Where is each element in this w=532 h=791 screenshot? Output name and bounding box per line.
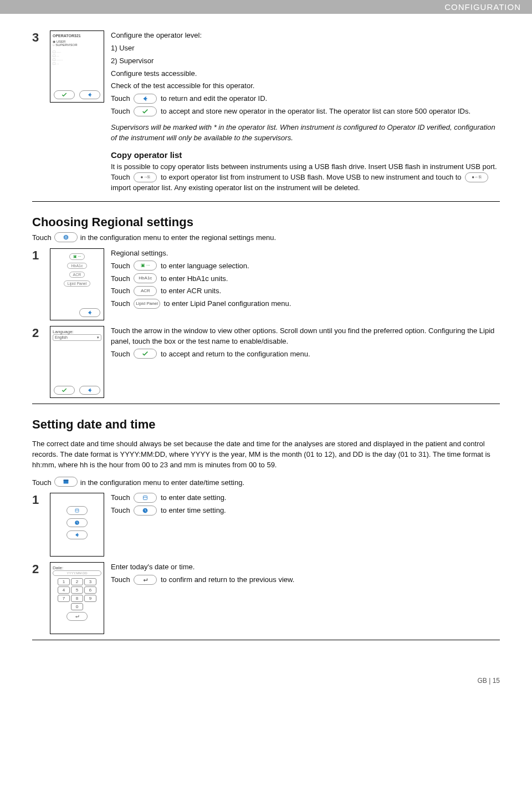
hba1c-btn: HbA1c <box>67 263 86 269</box>
page-header: CONFIGURATION <box>0 0 532 14</box>
acr-icon: ACR <box>134 286 157 296</box>
acr-btn: ACR <box>69 272 85 278</box>
back-arrow-icon <box>79 386 100 395</box>
dropdown-arrow-icon: ▾ <box>97 335 99 340</box>
check-icon <box>54 386 75 395</box>
step-number: 1 <box>32 493 43 557</box>
divider <box>32 640 500 640</box>
keypad: 123 456 789 0 <box>53 578 101 610</box>
regional-s2-screenshot: Language: English ▾ <box>50 326 104 398</box>
date-icon <box>134 493 157 503</box>
clock-icon <box>134 506 157 516</box>
svg-rect-0 <box>90 94 91 95</box>
back-arrow-icon <box>79 308 100 317</box>
svg-rect-10 <box>78 535 79 536</box>
regional-intro: Touch in the configuration menu to enter… <box>32 233 500 243</box>
back-arrow-icon <box>134 94 157 104</box>
lang-btn: ▣ ··· <box>69 253 85 260</box>
page-footer: GB | 15 <box>0 655 532 696</box>
svg-rect-1 <box>146 98 147 99</box>
back-arrow-icon <box>79 90 100 99</box>
datetime-step-2: 2 Date: YYYY.MM.DD 123 456 789 0 Enter t… <box>32 562 500 634</box>
lipid-icon: Lipid Panel <box>134 299 160 309</box>
datetime-touchline: Touch in the configuration menu to enter… <box>32 477 500 487</box>
regional-heading: Choosing Regional settings <box>32 215 500 229</box>
svg-rect-4 <box>90 390 91 391</box>
hba1c-icon: HbA1c <box>134 273 157 283</box>
datetime-heading: Setting date and time <box>32 417 500 432</box>
regional-step-1: 1 ▣ ··· HbA1c ACR Lipid Panel Regional s… <box>32 248 500 320</box>
step3-description: Configure the operator level: 1) User 2)… <box>111 30 500 196</box>
lipid-btn: Lipid Panel <box>64 280 91 287</box>
clock-icon <box>66 518 88 527</box>
svg-rect-3 <box>90 312 91 313</box>
back-arrow-icon <box>66 530 88 539</box>
globe-icon <box>54 232 78 242</box>
copy-heading: Copy operator list <box>111 149 500 161</box>
usb-import-icon: ●←⎘ <box>465 172 488 182</box>
regional-s2-desc: Touch the arrow in the window to view ot… <box>111 326 500 398</box>
datetime-step-1: 1 Touch to enter date setting. Touch to … <box>32 493 500 557</box>
lang-icon: ▣ ··· <box>134 261 157 271</box>
datetime-intro: The correct date and time should always … <box>32 439 500 471</box>
datetime-s2-desc: Enter today's date or time. Touch to con… <box>111 562 500 634</box>
check-icon <box>134 106 157 116</box>
step-number: 2 <box>32 562 43 634</box>
divider <box>32 201 500 202</box>
svg-rect-11 <box>144 496 147 499</box>
supervisor-note: Supervisors will be marked with * in the… <box>111 123 500 144</box>
step-number: 2 <box>32 326 43 398</box>
regional-s1-screenshot: ▣ ··· HbA1c ACR Lipid Panel <box>50 248 104 320</box>
header-title: CONFIGURATION <box>444 2 521 12</box>
copy-body: It is possible to copy operator lists be… <box>111 162 500 193</box>
datetime-s2-screenshot: Date: YYYY.MM.DD 123 456 789 0 <box>50 562 104 634</box>
svg-rect-6 <box>63 480 68 481</box>
step3-screenshot: OPERATOR321 ◉ USER ○ SUPERVISOR ☐ ····· … <box>50 30 104 103</box>
regional-s1-desc: Regional settings. Touch ▣ ··· to enter … <box>111 248 500 320</box>
svg-rect-7 <box>75 509 79 512</box>
screen-title: OPERATOR321 <box>53 34 101 38</box>
step-number: 3 <box>32 30 43 196</box>
datetime-s1-screenshot <box>50 493 104 557</box>
check-icon <box>134 349 157 359</box>
check-icon <box>54 90 75 99</box>
step-3: 3 OPERATOR321 ◉ USER ○ SUPERVISOR ☐ ····… <box>32 30 500 196</box>
date-icon <box>66 506 88 515</box>
page-number: GB | 15 <box>478 677 500 685</box>
calendar-icon <box>54 477 78 487</box>
enter-icon <box>134 575 157 585</box>
usb-export-icon: ●→⎘ <box>134 172 157 182</box>
datetime-s1-desc: Touch to enter date setting. Touch to en… <box>111 493 500 557</box>
step-number: 1 <box>32 248 43 320</box>
enter-icon <box>66 612 88 621</box>
divider <box>32 404 500 404</box>
regional-step-2: 2 Language: English ▾ Touch the arrow in… <box>32 326 500 398</box>
page-body: 3 OPERATOR321 ◉ USER ○ SUPERVISOR ☐ ····… <box>0 14 532 655</box>
